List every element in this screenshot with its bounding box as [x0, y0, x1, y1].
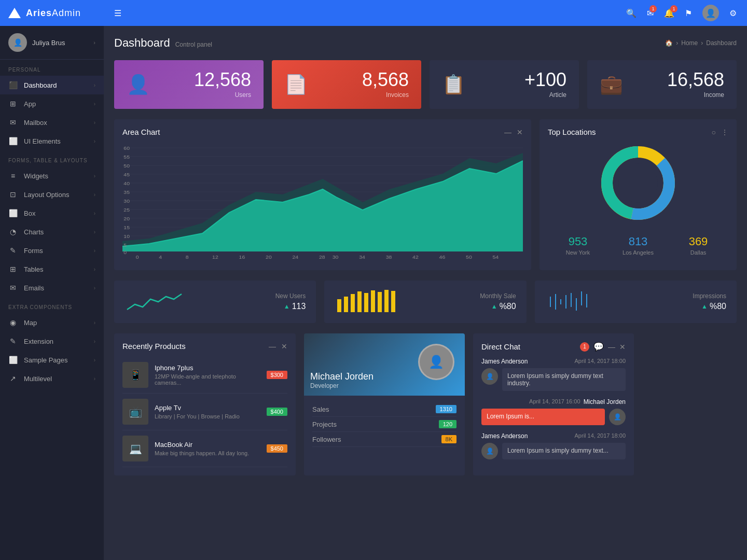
chat-sender-1: James Anderson	[481, 358, 528, 365]
chevron-right-icon: ›	[94, 192, 95, 198]
new-users-value: ▲ 113	[275, 302, 306, 311]
losangeles-value: 813	[608, 235, 668, 248]
chat-avatar-2: 👤	[609, 409, 626, 425]
svg-text:38: 38	[386, 255, 392, 260]
products-actions: — ✕	[269, 342, 287, 351]
svg-text:0: 0	[123, 250, 127, 255]
svg-text:24: 24	[293, 255, 299, 260]
chat-sender-2: Michael Jorden	[584, 398, 626, 405]
area-chart-card: Area Chart — ✕	[114, 119, 531, 270]
sidebar-item-layout-options[interactable]: ⊡ Layout Options ›	[0, 185, 104, 204]
donut-stats: 953 New York 813 Los Angeles 369 Dallas	[548, 235, 728, 256]
content-area: Dashboard Control panel 🏠 › Home › Dashb…	[104, 26, 747, 560]
chat-msg-row-3: 👤 Lorem Ipsum is simply dummy text...	[481, 443, 626, 459]
sidebar-item-mailbox[interactable]: ✉ Mailbox ›	[0, 113, 104, 132]
settings-icon[interactable]: ⚙	[729, 8, 737, 18]
breadcrumb-home-label[interactable]: Home	[681, 39, 698, 47]
sidebar-item-tables[interactable]: ⊞ Tables ›	[0, 260, 104, 278]
sidebar-item-sample-pages[interactable]: ⬜ Sample Pages ›	[0, 351, 104, 369]
chat-msg-row-2: Lorem Ipsum is... 👤	[481, 409, 626, 425]
sidebar-item-charts[interactable]: ◔ Charts ›	[0, 222, 104, 241]
mini-card-monthly-sale: Monthly Sale ▲ %80	[324, 281, 526, 323]
article-icon: 📋	[442, 74, 465, 95]
breadcrumb-current: Dashboard	[706, 39, 737, 47]
arrow-up-icon: ▲	[284, 303, 290, 310]
section-label-personal: PERSONAL	[0, 60, 104, 76]
box-icon: ⬜	[8, 209, 18, 217]
chat-meta-2: April 14, 2017 16:00 Michael Jorden	[481, 398, 626, 405]
logo-text: AriesAdmin	[26, 8, 81, 19]
losangeles-label: Los Angeles	[608, 249, 668, 256]
svg-text:45: 45	[123, 172, 130, 177]
mail-icon: ✉	[8, 118, 18, 127]
sidebar-item-map[interactable]: ◉ Map ›	[0, 313, 104, 332]
sidebar-item-app[interactable]: ⊞ App ›	[0, 94, 104, 113]
projects-value: 120	[439, 420, 457, 428]
monthly-sale-label: Monthly Sale	[480, 292, 516, 300]
bell-icon[interactable]: 🔔 1	[664, 8, 674, 18]
close-button[interactable]: ✕	[517, 128, 523, 136]
sidebar-item-extension[interactable]: ✎ Extension ›	[0, 332, 104, 351]
impressions-stat: Impressions ▲ %80	[693, 292, 726, 311]
sidebar-item-label: Tables	[24, 265, 88, 273]
chat-message-2: April 14, 2017 16:00 Michael Jorden Lore…	[481, 398, 626, 425]
sidebar-item-widgets[interactable]: ≡ Widgets ›	[0, 166, 104, 185]
svg-text:10: 10	[123, 234, 130, 239]
sample-pages-icon: ⬜	[8, 356, 18, 364]
svg-text:5: 5	[123, 243, 127, 248]
breadcrumb-separator2: ›	[701, 39, 703, 47]
svg-text:50: 50	[466, 255, 472, 260]
sidebar-logo[interactable]: AriesAdmin	[0, 0, 104, 26]
sidebar-item-dashboard[interactable]: ⬛ Dashboard ›	[0, 76, 104, 94]
logo-icon	[8, 8, 21, 18]
product-img-iphone: 📱	[122, 362, 148, 388]
close-chat-button[interactable]: ✕	[619, 343, 626, 351]
hamburger-button[interactable]: ☰	[114, 8, 121, 18]
sidebar-item-ui-elements[interactable]: ⬜ UI Elements ›	[0, 132, 104, 150]
chat-avatar-3: 👤	[481, 443, 498, 459]
chat-message-1: James Anderson April 14, 2017 18:00 👤 Lo…	[481, 358, 626, 391]
minimize-products-button[interactable]: —	[269, 342, 276, 351]
impressions-value: ▲ %80	[693, 302, 726, 311]
sidebar-user[interactable]: 👤 Juliya Brus ›	[0, 26, 104, 60]
flag-icon[interactable]: ⚑	[685, 8, 692, 18]
stat-value-invoices: 8,568	[362, 71, 409, 89]
chevron-right-icon: ›	[94, 285, 95, 291]
stat-value-users: 12,568	[194, 71, 251, 89]
product-item-macbook: 💻 MacBook Air Make big things happen. Al…	[122, 430, 287, 467]
svg-text:40: 40	[123, 181, 130, 186]
chat-icon[interactable]: 💬	[593, 342, 604, 352]
chat-time-3: April 14, 2017 18:00	[575, 432, 626, 440]
donut-stat-dallas: 369 Dallas	[668, 235, 728, 256]
circle-icon[interactable]: ○	[712, 128, 716, 136]
profile-stat-projects: Projects 120	[312, 417, 457, 432]
minimize-button[interactable]: —	[504, 128, 511, 136]
sidebar-item-label: Multilevel	[24, 375, 88, 383]
income-icon: 💼	[600, 74, 623, 95]
search-icon[interactable]: 🔍	[626, 8, 637, 18]
area-chart-svg: 60 55 50 45 40 35 30 25 20 15 10 5 0	[122, 143, 523, 262]
sidebar-item-box[interactable]: ⬜ Box ›	[0, 204, 104, 222]
sidebar-item-label: Mailbox	[24, 119, 88, 127]
forms-icon: ✎	[8, 246, 18, 255]
sidebar-item-forms[interactable]: ✎ Forms ›	[0, 241, 104, 260]
product-info-iphone: Iphone 7plus 12MP Wide-angle and telepho…	[155, 364, 260, 386]
svg-text:30: 30	[333, 255, 339, 260]
chat-bubble-2: Lorem Ipsum is...	[481, 409, 605, 425]
page-header: Dashboard Control panel 🏠 › Home › Dashb…	[114, 36, 737, 50]
chevron-right-icon: ›	[94, 211, 95, 216]
close-products-button[interactable]: ✕	[281, 342, 287, 351]
more-icon[interactable]: ⋮	[721, 128, 728, 136]
sidebar-item-emails[interactable]: ✉ Emails ›	[0, 278, 104, 297]
mail-icon[interactable]: ✉ 1	[647, 8, 654, 18]
monthly-sale-sparkline	[335, 289, 397, 315]
sidebar-item-multilevel[interactable]: ↗ Multilevel ›	[0, 369, 104, 388]
projects-label: Projects	[312, 421, 337, 428]
dashboard-icon: ⬛	[8, 81, 18, 89]
svg-point-46	[618, 163, 658, 203]
product-desc: 12MP Wide-angle and telephoto cameras...	[155, 373, 260, 386]
multilevel-icon: ↗	[8, 374, 18, 383]
user-avatar-topbar[interactable]: 👤	[702, 5, 719, 21]
breadcrumb: 🏠 › Home › Dashboard	[665, 39, 737, 47]
minimize-chat-button[interactable]: —	[608, 343, 615, 351]
